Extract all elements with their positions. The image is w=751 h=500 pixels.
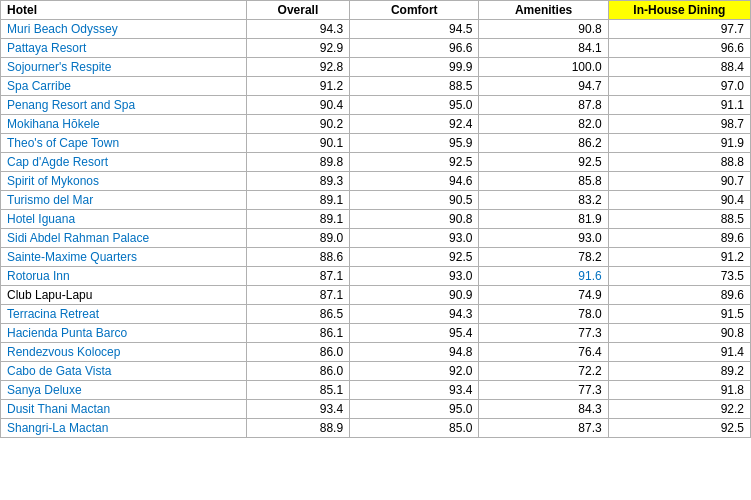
comfort-cell: 94.5 — [350, 20, 479, 39]
comfort-cell: 93.4 — [350, 381, 479, 400]
comfort-cell: 93.0 — [350, 229, 479, 248]
amenities-cell: 85.8 — [479, 172, 608, 191]
dining-cell: 97.7 — [608, 20, 750, 39]
hotel-name-cell: Muri Beach Odyssey — [1, 20, 247, 39]
overall-cell: 86.0 — [246, 343, 349, 362]
hotel-name-cell: Sainte-Maxime Quarters — [1, 248, 247, 267]
overall-cell: 90.1 — [246, 134, 349, 153]
dining-cell: 88.5 — [608, 210, 750, 229]
overall-cell: 85.1 — [246, 381, 349, 400]
dining-cell: 89.6 — [608, 229, 750, 248]
table-row: Rotorua Inn87.193.091.673.5 — [1, 267, 751, 286]
comfort-cell: 90.5 — [350, 191, 479, 210]
dining-cell: 97.0 — [608, 77, 750, 96]
overall-cell: 90.2 — [246, 115, 349, 134]
amenities-cell: 84.1 — [479, 39, 608, 58]
comfort-cell: 93.0 — [350, 267, 479, 286]
comfort-cell: 95.0 — [350, 96, 479, 115]
hotel-name-cell: Terracina Retreat — [1, 305, 247, 324]
column-header-hotel: Hotel — [1, 1, 247, 20]
table-row: Shangri-La Mactan88.985.087.392.5 — [1, 419, 751, 438]
dining-cell: 73.5 — [608, 267, 750, 286]
amenities-cell: 82.0 — [479, 115, 608, 134]
table-row: Muri Beach Odyssey94.394.590.897.7 — [1, 20, 751, 39]
amenities-cell: 84.3 — [479, 400, 608, 419]
table-row: Theo's of Cape Town90.195.986.291.9 — [1, 134, 751, 153]
hotel-name-cell: Mokihana Hōkele — [1, 115, 247, 134]
hotel-name-cell: Rotorua Inn — [1, 267, 247, 286]
amenities-cell: 90.8 — [479, 20, 608, 39]
overall-cell: 94.3 — [246, 20, 349, 39]
amenities-cell: 76.4 — [479, 343, 608, 362]
column-header-overall: Overall — [246, 1, 349, 20]
hotel-name-cell: Rendezvous Kolocep — [1, 343, 247, 362]
overall-cell: 86.5 — [246, 305, 349, 324]
comfort-cell: 96.6 — [350, 39, 479, 58]
table-row: Penang Resort and Spa90.495.087.891.1 — [1, 96, 751, 115]
table-row: Sanya Deluxe85.193.477.391.8 — [1, 381, 751, 400]
amenities-cell: 77.3 — [479, 381, 608, 400]
amenities-cell: 87.8 — [479, 96, 608, 115]
hotel-name-cell: Turismo del Mar — [1, 191, 247, 210]
dining-cell: 98.7 — [608, 115, 750, 134]
comfort-cell: 90.8 — [350, 210, 479, 229]
comfort-cell: 94.3 — [350, 305, 479, 324]
overall-cell: 88.6 — [246, 248, 349, 267]
comfort-cell: 95.0 — [350, 400, 479, 419]
column-header-comfort: Comfort — [350, 1, 479, 20]
dining-cell: 91.5 — [608, 305, 750, 324]
amenities-cell: 91.6 — [479, 267, 608, 286]
dining-cell: 89.2 — [608, 362, 750, 381]
amenities-cell: 78.2 — [479, 248, 608, 267]
dining-cell: 92.2 — [608, 400, 750, 419]
amenities-cell: 83.2 — [479, 191, 608, 210]
overall-cell: 90.4 — [246, 96, 349, 115]
dining-cell: 88.8 — [608, 153, 750, 172]
dining-cell: 91.4 — [608, 343, 750, 362]
comfort-cell: 92.5 — [350, 153, 479, 172]
amenities-cell: 78.0 — [479, 305, 608, 324]
hotel-name-cell: Sojourner's Respite — [1, 58, 247, 77]
hotel-name-cell: Sanya Deluxe — [1, 381, 247, 400]
overall-cell: 89.1 — [246, 210, 349, 229]
overall-cell: 92.8 — [246, 58, 349, 77]
dining-cell: 89.6 — [608, 286, 750, 305]
table-row: Dusit Thani Mactan93.495.084.392.2 — [1, 400, 751, 419]
table-row: Sojourner's Respite92.899.9100.088.4 — [1, 58, 751, 77]
hotel-name-cell: Shangri-La Mactan — [1, 419, 247, 438]
dining-cell: 96.6 — [608, 39, 750, 58]
overall-cell: 86.1 — [246, 324, 349, 343]
table-row: Cap d'Agde Resort89.892.592.588.8 — [1, 153, 751, 172]
dining-cell: 90.7 — [608, 172, 750, 191]
hotel-name-cell: Spirit of Mykonos — [1, 172, 247, 191]
comfort-cell: 90.9 — [350, 286, 479, 305]
overall-cell: 89.8 — [246, 153, 349, 172]
amenities-cell: 100.0 — [479, 58, 608, 77]
table-row: Pattaya Resort92.996.684.196.6 — [1, 39, 751, 58]
table-row: Turismo del Mar89.190.583.290.4 — [1, 191, 751, 210]
hotel-name-cell: Penang Resort and Spa — [1, 96, 247, 115]
dining-cell: 90.4 — [608, 191, 750, 210]
overall-cell: 89.3 — [246, 172, 349, 191]
table-row: Spirit of Mykonos89.394.685.890.7 — [1, 172, 751, 191]
overall-cell: 87.1 — [246, 267, 349, 286]
comfort-cell: 94.8 — [350, 343, 479, 362]
amenities-cell: 72.2 — [479, 362, 608, 381]
overall-cell: 86.0 — [246, 362, 349, 381]
hotel-name-cell: Hotel Iguana — [1, 210, 247, 229]
table-row: Sidi Abdel Rahman Palace89.093.093.089.6 — [1, 229, 751, 248]
hotel-name-cell: Pattaya Resort — [1, 39, 247, 58]
comfort-cell: 85.0 — [350, 419, 479, 438]
overall-cell: 91.2 — [246, 77, 349, 96]
table-row: Cabo de Gata Vista86.092.072.289.2 — [1, 362, 751, 381]
amenities-cell: 92.5 — [479, 153, 608, 172]
table-row: Club Lapu-Lapu87.190.974.989.6 — [1, 286, 751, 305]
overall-cell: 93.4 — [246, 400, 349, 419]
table-row: Rendezvous Kolocep86.094.876.491.4 — [1, 343, 751, 362]
hotel-name-cell: Theo's of Cape Town — [1, 134, 247, 153]
hotel-name-cell: Cabo de Gata Vista — [1, 362, 247, 381]
comfort-cell: 99.9 — [350, 58, 479, 77]
dining-cell: 91.8 — [608, 381, 750, 400]
comfort-cell: 92.5 — [350, 248, 479, 267]
overall-cell: 89.1 — [246, 191, 349, 210]
